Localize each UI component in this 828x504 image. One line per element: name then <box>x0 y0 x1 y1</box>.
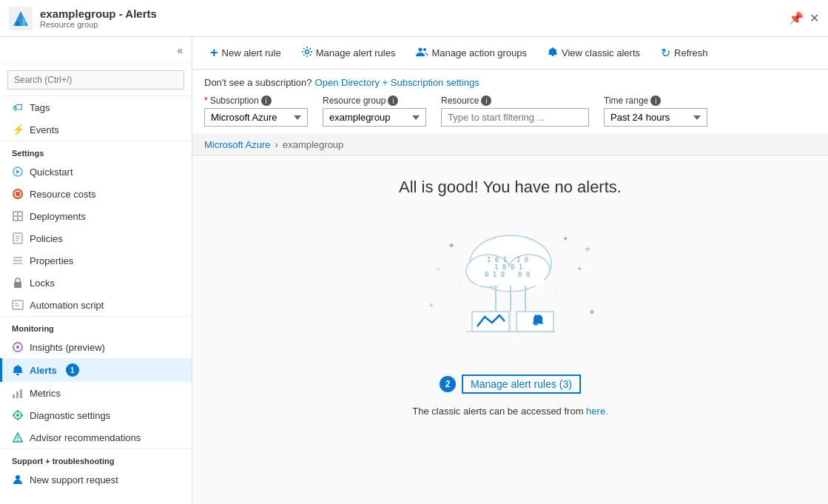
alerts-illustration: ✦ ✦ ✦ + + · · ✦ + 1 0 1 1 0 <box>407 212 614 360</box>
content-area: + New alert rule Manage alert rules Mana… <box>192 37 828 504</box>
svg-point-39 <box>16 475 20 480</box>
resource-costs-icon <box>12 188 24 200</box>
sidebar-item-automation-script[interactable]: Automation script <box>0 294 192 316</box>
sidebar-item-label: Advisor recommendations <box>30 432 141 443</box>
subscription-settings-link[interactable]: Open Directory + Subscription settings <box>315 77 479 88</box>
sidebar-item-new-support-request[interactable]: New support request <box>0 468 192 491</box>
sidebar-item-resource-costs[interactable]: Resource costs <box>0 183 192 205</box>
toolbar: + New alert rule Manage alert rules Mana… <box>192 37 828 70</box>
svg-rect-28 <box>16 392 18 398</box>
manage-action-groups-label: Manage action groups <box>431 47 527 58</box>
svg-text:0 1: 0 1 <box>511 263 522 271</box>
sidebar-item-policies[interactable]: Policies <box>0 227 192 249</box>
plus-icon: + <box>210 45 218 61</box>
required-marker: * <box>204 95 208 106</box>
manage-alert-rules-label: Manage alert rules <box>316 47 396 58</box>
pin-icon[interactable]: 📌 <box>789 11 804 25</box>
section-settings: Settings <box>0 141 192 161</box>
sidebar-item-alerts[interactable]: Alerts 1 <box>0 358 192 382</box>
new-alert-rule-label: New alert rule <box>222 47 281 58</box>
deployments-icon <box>12 210 24 222</box>
svg-rect-43 <box>552 55 554 56</box>
sidebar-item-label: Diagnostic settings <box>30 410 110 421</box>
sidebar-item-label: Insights (preview) <box>30 342 105 353</box>
sidebar-item-insights-preview[interactable]: Insights (preview) <box>0 336 192 358</box>
sidebar-item-label: Locks <box>30 278 55 289</box>
svg-rect-2 <box>16 21 19 26</box>
sidebar-item-label: Properties <box>30 255 73 266</box>
svg-point-40 <box>305 50 309 54</box>
svg-text:1 0: 1 0 <box>494 263 506 271</box>
sidebar-item-quickstart[interactable]: Quickstart <box>0 161 192 183</box>
sidebar-item-label: Tags <box>30 102 50 113</box>
subscription-notice: Don't see a subscription? <box>204 77 312 88</box>
svg-rect-10 <box>18 212 21 215</box>
resource-group-select[interactable]: examplegroup <box>323 108 426 127</box>
sidebar-item-deployments[interactable]: Deployments <box>0 205 192 227</box>
svg-text:+: + <box>585 243 590 255</box>
policies-icon <box>12 232 24 244</box>
breadcrumb-examplegroup: examplegroup <box>283 139 343 150</box>
sidebar-item-diagnostic-settings[interactable]: Diagnostic settings <box>0 404 192 426</box>
view-classic-alerts-button[interactable]: View classic alerts <box>539 42 649 64</box>
svg-text:+: + <box>429 301 434 309</box>
svg-text:1 0: 1 0 <box>516 256 528 263</box>
collapse-button[interactable]: « <box>174 41 186 59</box>
svg-text:✦: ✦ <box>588 307 596 317</box>
alerts-badge: 1 <box>66 363 79 377</box>
svg-text:✦: ✦ <box>448 241 455 251</box>
sidebar-item-label: Quickstart <box>30 167 73 178</box>
time-range-info-icon: i <box>650 95 661 106</box>
svg-rect-69 <box>534 324 537 326</box>
sidebar-item-label: Policies <box>30 233 63 244</box>
resource-input[interactable] <box>441 108 589 127</box>
manage-action-groups-button[interactable]: Manage action groups <box>407 42 536 64</box>
svg-rect-29 <box>20 389 22 398</box>
manage-link-row: 2 Manage alert rules (3) <box>440 374 581 394</box>
empty-state: All is good! You have no alerts. ✦ ✦ ✦ +… <box>192 155 828 431</box>
sidebar-item-metrics[interactable]: Metrics <box>0 382 192 404</box>
events-icon: ⚡ <box>12 124 24 135</box>
sidebar-item-locks[interactable]: Locks <box>0 272 192 294</box>
time-range-select[interactable]: Past 24 hours Past hour Past week Past m… <box>604 108 707 127</box>
new-alert-rule-button[interactable]: + New alert rule <box>201 41 290 65</box>
sidebar-collapse[interactable]: « <box>0 37 192 64</box>
window-controls[interactable]: 📌 ✕ <box>789 11 819 25</box>
manage-link-badge: 2 <box>440 376 456 392</box>
quickstart-icon <box>12 166 24 178</box>
sidebar-item-label: New support request <box>30 474 118 485</box>
refresh-button[interactable]: ↻ Refresh <box>652 41 717 64</box>
breadcrumb-microsoft-azure[interactable]: Microsoft Azure <box>204 139 271 150</box>
bell-icon <box>548 47 558 59</box>
svg-rect-21 <box>13 300 23 309</box>
svg-text:·: · <box>459 279 461 287</box>
svg-rect-26 <box>16 374 19 375</box>
page-title: examplegroup - Alerts <box>40 7 157 20</box>
svg-rect-11 <box>14 217 17 220</box>
refresh-label: Refresh <box>674 47 708 58</box>
sidebar-item-label: Alerts <box>30 365 57 376</box>
sidebar-item-advisor-recommendations[interactable]: Advisor recommendations <box>0 426 192 448</box>
manage-alert-rules-link-box: Manage alert rules (3) <box>462 374 581 394</box>
classic-alerts-link[interactable]: here. <box>586 406 608 417</box>
svg-rect-12 <box>18 217 21 220</box>
search-input[interactable] <box>7 70 184 90</box>
app-icon <box>9 7 33 30</box>
svg-text:·: · <box>555 286 557 295</box>
close-icon[interactable]: ✕ <box>810 11 819 25</box>
svg-text:0 1 0: 0 1 0 <box>485 271 505 278</box>
time-range-label: Time range i <box>604 95 707 106</box>
breadcrumb-separator: › <box>275 139 278 150</box>
subscription-select[interactable]: Microsoft Azure <box>204 108 308 127</box>
properties-icon <box>12 255 24 266</box>
page-subtitle: Resource group <box>40 20 157 29</box>
svg-marker-5 <box>16 169 20 174</box>
manage-alert-rules-link[interactable]: Manage alert rules (3) <box>471 378 572 390</box>
sidebar-item-properties[interactable]: Properties <box>0 249 192 272</box>
manage-alert-rules-button[interactable]: Manage alert rules <box>293 42 405 64</box>
svg-rect-20 <box>14 282 21 288</box>
alerts-icon <box>12 364 24 376</box>
empty-state-title: All is good! You have no alerts. <box>399 178 622 197</box>
sidebar-item-tags[interactable]: 🏷 Tags <box>0 96 192 118</box>
sidebar-item-events[interactable]: ⚡ Events <box>0 118 192 141</box>
